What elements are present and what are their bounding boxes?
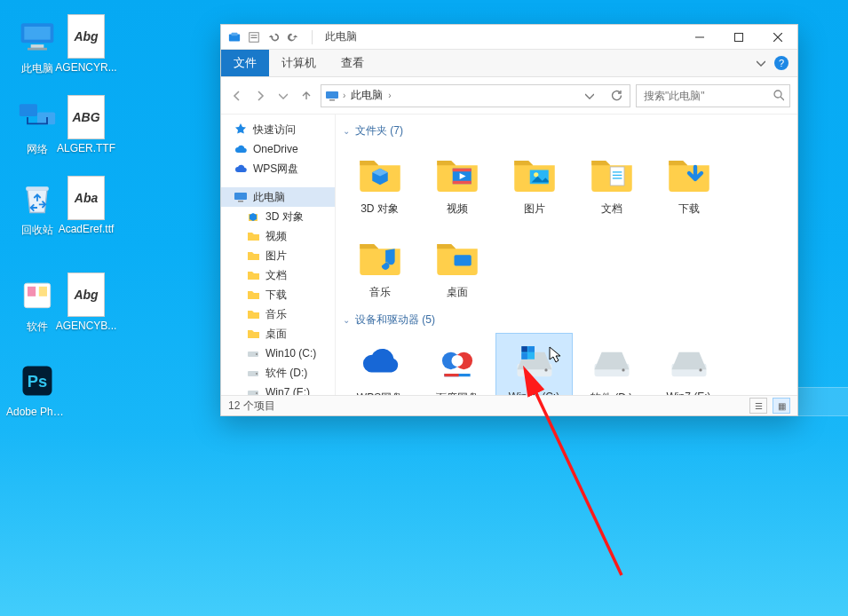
- sidebar-item-onedrive[interactable]: OneDrive: [221, 139, 335, 159]
- qat-properties-icon[interactable]: [248, 31, 260, 43]
- address-bar[interactable]: › 此电脑 ›: [321, 84, 630, 107]
- 3d-icon: [355, 148, 405, 198]
- desktop-icon-label: ALGER.TTF: [55, 142, 117, 154]
- help-button[interactable]: ?: [774, 56, 789, 70]
- nav-back-button[interactable]: [228, 87, 246, 105]
- tile-win7e[interactable]: Win7 (E:): [650, 333, 727, 395]
- sidebar-item-quick[interactable]: 快速访问: [221, 120, 335, 139]
- sidebar-item-label: 文档: [265, 268, 287, 283]
- tile-video[interactable]: 视频: [418, 144, 495, 227]
- svg-point-36: [534, 172, 538, 177]
- net-icon: [16, 96, 59, 138]
- tile-pictures[interactable]: 图片: [495, 144, 573, 227]
- sidebar-item-docs[interactable]: 文档: [221, 265, 335, 285]
- sidebar-item-win7e[interactable]: Win7 (E:): [221, 383, 335, 395]
- tile-label: 下载: [651, 201, 726, 217]
- qat-undo-icon[interactable]: [267, 31, 280, 43]
- view-details-button[interactable]: ☰: [749, 398, 767, 414]
- sidebar-item-label: 音乐: [265, 307, 287, 322]
- qat-redo-icon[interactable]: [287, 31, 299, 43]
- tile-docs[interactable]: 文档: [573, 144, 650, 227]
- search-input[interactable]: [642, 89, 773, 103]
- sidebar-item-label: 软件 (D:): [265, 366, 307, 381]
- svg-point-54: [622, 368, 624, 371]
- desktop-icon-agencyb[interactable]: AbgAGENCYB...: [55, 273, 117, 332]
- svg-rect-15: [251, 35, 258, 36]
- tile-label: 视频: [419, 201, 495, 217]
- font-icon: ABG: [65, 96, 107, 138]
- sidebar-item-desktop[interactable]: 桌面: [221, 324, 335, 344]
- sidebar-item-3d[interactable]: 3D 对象: [221, 207, 335, 226]
- chevron-down-icon: ⌄: [343, 126, 350, 136]
- refresh-button[interactable]: [606, 87, 626, 105]
- desktop-icon-acaderef[interactable]: AbaAcadEref.ttf: [55, 177, 117, 235]
- ribbon: 文件 计算机 查看 ?: [221, 50, 797, 77]
- tile-softd[interactable]: 软件 (D:): [573, 333, 650, 395]
- sidebar-item-win10c[interactable]: Win10 (C:): [221, 344, 335, 363]
- svg-rect-17: [695, 36, 704, 37]
- svg-rect-3: [28, 48, 47, 51]
- tile-win10c[interactable]: Win10 (C:): [495, 333, 573, 395]
- group-header-drives[interactable]: ⌄设备和驱动器 (5): [343, 312, 792, 328]
- drive-icon: [246, 385, 260, 395]
- ribbon-file-tab[interactable]: 文件: [221, 50, 269, 76]
- desktop-icon-ps[interactable]: PsAdobe Photosh…: [6, 359, 68, 418]
- svg-rect-4: [20, 104, 37, 116]
- svg-rect-33: [452, 169, 471, 172]
- video-icon: [432, 148, 482, 198]
- breadcrumb-item[interactable]: 此电脑: [349, 88, 384, 103]
- ribbon-tab-view[interactable]: 查看: [329, 50, 376, 76]
- svg-point-44: [451, 355, 463, 367]
- sidebar-item-label: 3D 对象: [265, 209, 304, 225]
- app-icon: [228, 31, 241, 43]
- sidebar: 快速访问OneDriveWPS网盘此电脑3D 对象视频图片文档下载音乐桌面Win…: [221, 115, 336, 395]
- chevron-icon: ›: [388, 91, 391, 100]
- ribbon-tab-computer[interactable]: 计算机: [269, 50, 329, 76]
- ribbon-expand-icon[interactable]: [757, 59, 765, 67]
- address-row: › 此电脑 ›: [221, 77, 797, 115]
- maximize-button[interactable]: [719, 25, 758, 49]
- tile-wpspan[interactable]: WPS网盘: [341, 333, 418, 395]
- sidebar-item-music[interactable]: 音乐: [221, 304, 335, 324]
- group-header-folders[interactable]: ⌄文件夹 (7): [343, 123, 792, 138]
- cloud-icon: [234, 142, 248, 156]
- wps-icon: [234, 162, 248, 176]
- nav-recent-button[interactable]: [274, 87, 292, 105]
- sidebar-item-thispc[interactable]: 此电脑: [221, 187, 335, 207]
- view-tiles-button[interactable]: ▦: [773, 398, 790, 414]
- svg-rect-1: [24, 27, 50, 40]
- ps-icon: Ps: [16, 359, 59, 402]
- pc-icon: [16, 15, 59, 58]
- tile-desktop[interactable]: 桌面: [418, 227, 495, 311]
- sidebar-item-label: 图片: [265, 249, 287, 264]
- sidebar-item-label: WPS网盘: [253, 162, 298, 177]
- nav-up-button[interactable]: [297, 87, 315, 105]
- tile-label: 桌面: [419, 285, 495, 300]
- tile-downloads[interactable]: 下载: [650, 144, 727, 227]
- tile-music[interactable]: 音乐: [341, 227, 418, 311]
- baidu-icon: [432, 337, 482, 387]
- sidebar-item-label: 下载: [265, 288, 287, 303]
- chevron-down-icon: ⌄: [343, 315, 350, 325]
- sidebar-item-video[interactable]: 视频: [221, 226, 335, 246]
- folder-icon: [246, 268, 260, 282]
- tile-3d[interactable]: 3D 对象: [341, 144, 418, 227]
- search-box[interactable]: [636, 84, 790, 107]
- desktop-icon-alger[interactable]: ABGALGER.TTF: [55, 96, 117, 154]
- svg-rect-50: [521, 346, 527, 352]
- sidebar-item-downloads[interactable]: 下载: [221, 285, 335, 304]
- folder-icon: [246, 288, 260, 302]
- address-dropdown-icon[interactable]: [585, 91, 603, 100]
- quick-access-toolbar: 此电脑: [221, 29, 364, 44]
- sidebar-item-pictures[interactable]: 图片: [221, 246, 335, 265]
- svg-rect-22: [234, 193, 247, 200]
- sidebar-item-softd[interactable]: 软件 (D:): [221, 363, 335, 383]
- tile-baidu[interactable]: 百度网盘: [418, 333, 495, 395]
- svg-point-21: [774, 91, 781, 98]
- minimize-button[interactable]: [680, 25, 719, 49]
- sidebar-item-wps[interactable]: WPS网盘: [221, 159, 335, 178]
- nav-forward-button[interactable]: [251, 87, 269, 105]
- sidebar-item-label: 视频: [265, 229, 287, 244]
- close-button[interactable]: [758, 25, 797, 49]
- desktop-icon-agencyr[interactable]: AbgAGENCYR...: [55, 15, 117, 74]
